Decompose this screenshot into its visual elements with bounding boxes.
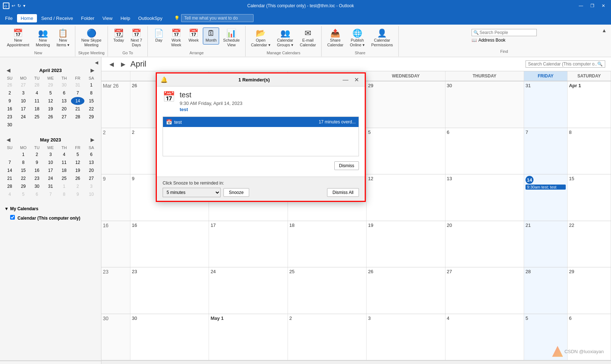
mini-cal-day[interactable]: 4 [30, 89, 44, 97]
menu-view[interactable]: View [99, 14, 116, 22]
mini-cal-day[interactable]: 24 [44, 174, 58, 182]
month-cell[interactable]: 6 [445, 128, 524, 174]
mini-cal-day[interactable]: 28 [3, 182, 17, 190]
mini-cal-day[interactable]: 27 [84, 174, 98, 182]
snooze-button[interactable]: Snooze [223, 188, 249, 197]
minimize-button[interactable]: — [576, 3, 586, 9]
mini-cal-day[interactable]: 2 [3, 89, 17, 97]
menu-help[interactable]: Help [117, 14, 134, 22]
mini-cal-day[interactable]: 18 [30, 105, 44, 113]
month-cell[interactable]: May 1 [209, 314, 288, 360]
mini-cal-day[interactable]: 22 [84, 105, 98, 113]
search-people-input[interactable] [480, 30, 535, 35]
month-cell[interactable]: 16 [130, 221, 209, 267]
mini-cal-day[interactable]: 12 [44, 97, 58, 105]
calendar-permissions-button[interactable]: 👤 CalendarPermissions [369, 27, 396, 49]
publish-online-button[interactable]: 🌐 PublishOnline ▾ [347, 27, 367, 49]
month-cell[interactable]: 22 [568, 221, 611, 267]
month-cell[interactable]: 4 [445, 314, 524, 360]
menu-send-receive[interactable]: Send / Receive [38, 14, 77, 22]
scheduleview-button[interactable]: 📊 ScheduleView [221, 27, 242, 49]
mini-cal-day[interactable]: 9 [3, 97, 17, 105]
month-cell[interactable]: 17 [209, 221, 288, 267]
mini-cal-day[interactable]: 30 [3, 121, 17, 129]
month-cell[interactable]: 29 [568, 267, 611, 314]
sidebar-collapse-button[interactable]: ◀ [95, 60, 98, 65]
month-cell[interactable]: 3 [367, 314, 445, 360]
mini-cal-day[interactable]: 3 [17, 89, 30, 97]
mini-cal-day[interactable]: 2 [71, 182, 85, 190]
mini-cal-day[interactable]: 14 [3, 166, 17, 174]
mini-cal-day[interactable]: 20 [57, 105, 71, 113]
mini-cal-day[interactable]: 23 [30, 174, 44, 182]
month-cell[interactable]: 27 [445, 267, 524, 314]
new-items-button[interactable]: 📋 NewItems ▾ [54, 27, 72, 49]
mini-cal-day[interactable]: 9 [30, 158, 44, 166]
month-cell[interactable]: 25 [288, 267, 367, 314]
mini-cal-day[interactable]: 11 [30, 97, 44, 105]
month-cell[interactable]: 13 [445, 174, 524, 221]
month-cell[interactable]: 5 [367, 128, 445, 174]
mini-cal-day[interactable]: 5 [17, 190, 30, 198]
mini-cal-day[interactable]: 1 [17, 151, 30, 158]
month-cell[interactable]: 26 [367, 267, 445, 314]
mini-cal-day[interactable]: 10 [17, 97, 30, 105]
mini-cal-day[interactable]: 18 [57, 166, 71, 174]
share-calendar-button[interactable]: 📤 ShareCalendar [325, 27, 346, 49]
mini-cal-day[interactable]: 25 [30, 113, 44, 121]
mini-cal-day[interactable]: 7 [71, 89, 85, 97]
mini-cal-day[interactable]: 25 [57, 174, 71, 182]
mini-cal-day[interactable]: 9 [71, 190, 85, 198]
mini-cal-day[interactable]: 10 [84, 190, 98, 198]
ribbon-collapse-button[interactable]: ▲ [600, 27, 608, 34]
mini-cal-day[interactable]: 21 [3, 174, 17, 182]
dismiss-button[interactable]: Dismiss [334, 161, 359, 170]
mini-cal-day[interactable]: 26 [44, 113, 58, 121]
dismiss-all-button[interactable]: Dismiss All [327, 188, 359, 197]
reminder-list-item[interactable]: 📅 test 17 minutes overd... [163, 117, 359, 127]
mini-cal-day[interactable]: 28 [30, 81, 44, 89]
mini-cal-day[interactable]: 15 [84, 97, 98, 105]
mini-cal-day[interactable]: 26 [3, 81, 17, 89]
mini-cal-day[interactable]: 12 [71, 158, 85, 166]
mini-cal-day[interactable]: 2 [30, 151, 44, 158]
restore-button[interactable]: ❐ [587, 3, 597, 9]
calendar-groups-button[interactable]: 👥 CalendarGroups ▾ [275, 27, 296, 49]
mini-cal-day[interactable]: 4 [57, 151, 71, 158]
may-prev-button[interactable]: ◀ [4, 136, 13, 143]
mini-cal-day[interactable]: 5 [44, 89, 58, 97]
mini-cal-day[interactable]: 28 [71, 113, 85, 121]
dialog-minimize-button[interactable]: — [340, 76, 351, 84]
month-cell[interactable]: 7 [524, 128, 568, 174]
menu-outlookspy[interactable]: OutlookSpy [134, 14, 166, 22]
month-cell[interactable]: 30 [130, 314, 209, 360]
month-cell[interactable]: 15 [568, 174, 611, 221]
calendar-search-input[interactable] [528, 62, 597, 67]
calendar-prev-button[interactable]: ◀ [107, 60, 116, 68]
new-meeting-button[interactable]: 👥 NewMeeting [33, 27, 53, 49]
mini-cal-day[interactable]: 23 [3, 113, 17, 121]
calendar-search-icon[interactable]: 🔍 [597, 62, 603, 67]
mini-cal-day[interactable]: 1 [57, 182, 71, 190]
month-cell-today[interactable]: 14 9:30am test; test [524, 174, 568, 221]
mini-cal-day[interactable]: 10 [44, 158, 58, 166]
mini-cal-day[interactable]: 19 [71, 166, 85, 174]
calendar-this-computer-only[interactable]: Calendar (This computer only) [3, 213, 98, 222]
mini-cal-day[interactable]: 29 [17, 182, 30, 190]
month-cell[interactable]: 29 [367, 81, 445, 128]
mini-cal-day[interactable]: 17 [17, 105, 30, 113]
mini-cal-day[interactable]: 7 [44, 190, 58, 198]
mini-cal-day[interactable]: 3 [84, 182, 98, 190]
open-calendar-button[interactable]: 📂 OpenCalendar ▾ [248, 27, 273, 49]
snooze-select[interactable]: 5 minutes 10 minutes 15 minutes 30 minut… [163, 188, 221, 197]
mini-cal-day[interactable]: 5 [71, 151, 85, 158]
mini-cal-day[interactable]: 26 [71, 174, 85, 182]
new-appointment-button[interactable]: 📅 NewAppointment [4, 27, 32, 49]
menu-folder[interactable]: Folder [78, 14, 98, 22]
mini-cal-day[interactable]: 27 [57, 113, 71, 121]
tell-me-input[interactable] [181, 14, 254, 22]
reminder-event-subject[interactable]: test [180, 107, 359, 112]
new-skype-meeting-button[interactable]: 🔵 New SkypeMeeting [79, 27, 104, 49]
calendar-next-button[interactable]: ▶ [119, 60, 127, 68]
search-people-input-area[interactable]: 🔍 [472, 29, 537, 36]
